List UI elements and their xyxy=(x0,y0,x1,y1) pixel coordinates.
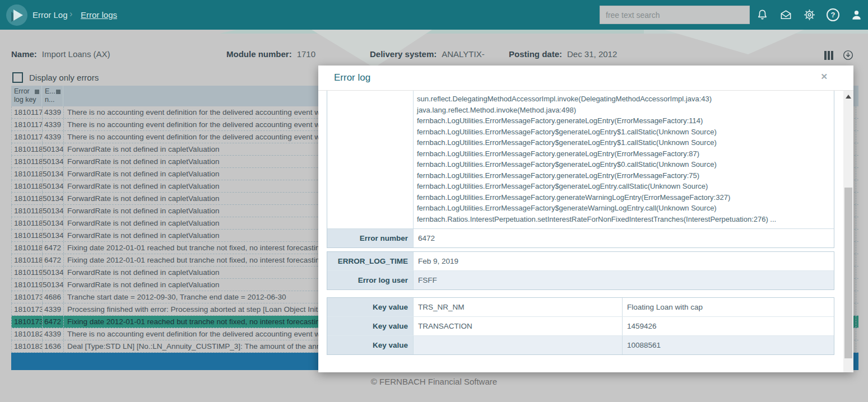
cell-filler xyxy=(856,303,858,315)
help-icon[interactable]: ? xyxy=(827,8,839,21)
close-icon[interactable]: ✕ xyxy=(820,72,828,82)
cell-error-log-key: 18101180 xyxy=(12,143,43,155)
form-row: ERROR_LOG_TIMEFeb 9, 2019 xyxy=(327,252,834,271)
scrollbar-up-arrow-icon[interactable] xyxy=(846,95,851,99)
modal-scrollbar[interactable] xyxy=(843,91,853,372)
toolbar-field: Module number:1710 xyxy=(226,49,315,59)
cell-error-number: 6472 xyxy=(43,254,64,266)
cell-filler xyxy=(856,119,858,130)
key-value-value: Floating Loan with cap xyxy=(623,298,834,316)
stack-trace-line: fernbach.LogUtilities.ErrorMessageFactor… xyxy=(417,170,829,181)
breadcrumb-link[interactable]: Error logs xyxy=(81,10,117,20)
column-header-text: E... xyxy=(45,87,55,96)
stack-trace-line: fernbach.LogUtilities.ErrorMessageFactor… xyxy=(417,159,829,170)
stack-trace-line: java.lang.reflect.Method.invoke(Method.j… xyxy=(417,105,829,116)
stack-trace-line: fernbach.LogUtilities.ErrorMessageFactor… xyxy=(417,137,829,148)
cell-error-log-key: 18101181 xyxy=(12,156,43,167)
column-chooser-icon[interactable] xyxy=(824,51,833,60)
cell-error-log-key: 18101190 xyxy=(12,267,43,278)
cell-error-number: 4339 xyxy=(43,328,64,340)
stack-trace-line: fernbach.LogUtilities.ErrorMessageFactor… xyxy=(417,127,829,138)
cell-error-log-key: 18101187 xyxy=(12,230,43,241)
cell-error-log-key: 18101182 xyxy=(12,168,43,180)
stack-trace-line: fernbach.LogUtilities.ErrorMessageFactor… xyxy=(417,148,829,160)
cell-error-number: 1636 xyxy=(43,340,64,352)
field-value: 1710 xyxy=(297,49,315,59)
cell-error-log-key: 18101735 xyxy=(12,291,43,303)
scrollbar-thumb[interactable] xyxy=(844,188,852,358)
key-value-row: Key value10088561 xyxy=(327,336,834,354)
field-label: Name: xyxy=(11,49,37,59)
form-row-label: Error log user xyxy=(327,271,414,289)
form-row-label: ERROR_LOG_TIME xyxy=(327,252,414,270)
error-log-modal: Error log ✕ sun.reflect.DelegatingMethod… xyxy=(318,66,853,372)
settings-gear-icon[interactable] xyxy=(803,8,816,21)
background-deco-band xyxy=(220,30,644,34)
error-number-label: Error number xyxy=(327,229,414,247)
column-header-text: log key xyxy=(14,96,36,104)
toolbar-field: Delivery system:ANALYTIX- xyxy=(370,49,485,59)
key-value-label: Key value xyxy=(327,298,414,316)
column-header-text: Error xyxy=(14,87,30,96)
breadcrumb-chevron-icon: › xyxy=(69,9,72,19)
cell-filler xyxy=(856,291,858,303)
cell-error-number: 50134 xyxy=(43,217,64,229)
cell-filler xyxy=(856,340,858,352)
cell-filler xyxy=(856,143,858,155)
stack-trace-line: fernbach.Ratios.InterestPerpetuation.set… xyxy=(417,214,829,225)
key-value-value: 10088561 xyxy=(623,336,834,354)
cell-filler xyxy=(856,156,858,167)
cell-filler xyxy=(856,316,858,328)
column-header-error-log-key[interactable]: Error log key xyxy=(11,86,42,106)
cell-filler xyxy=(856,279,858,291)
background-deco-triangle xyxy=(312,30,432,68)
cell-error-log-key: 18101189 xyxy=(12,254,43,266)
cell-error-log-key: 18101188 xyxy=(12,242,43,254)
cell-filler xyxy=(856,205,858,217)
form-row: Error log userFSFF xyxy=(327,271,834,289)
cell-error-log-key: 18101185 xyxy=(12,205,43,217)
modal-section-key-values: Key valueTRS_NR_NMFloating Loan with cap… xyxy=(327,297,834,355)
inbox-icon[interactable] xyxy=(779,8,792,21)
free-text-search-input[interactable] xyxy=(600,6,750,24)
cell-error-number: 6472 xyxy=(43,242,64,254)
navbar-icons: ? xyxy=(756,0,863,30)
stack-trace-line: fernbach.LogUtilities.ErrorMessageFactor… xyxy=(417,192,829,203)
cell-error-log-key: 18101737 xyxy=(12,316,43,328)
cell-filler xyxy=(856,328,858,340)
download-icon[interactable] xyxy=(842,49,854,61)
column-filter-icon[interactable] xyxy=(35,90,39,94)
stack-trace-line: fernbach.LogUtilities.ErrorMessageFactor… xyxy=(417,181,829,192)
field-value: ANALYTIX- xyxy=(442,49,484,59)
cell-filler xyxy=(856,217,858,229)
key-value-row: Key valueTRANSACTION1459426 xyxy=(327,317,834,336)
modal-body: sun.reflect.DelegatingMethodAccessorImpl… xyxy=(318,91,853,372)
cell-error-log-key: 18101191 xyxy=(12,279,43,291)
cell-error-log-key: 18101829 xyxy=(12,328,43,340)
user-icon[interactable] xyxy=(850,8,863,21)
cell-error-number: 4339 xyxy=(43,106,64,118)
column-header-filler xyxy=(853,86,858,106)
field-label: Delivery system: xyxy=(370,49,437,59)
display-only-errors-filter: Display only errors xyxy=(12,72,99,83)
column-header-text: n... xyxy=(45,96,54,104)
key-value-row: Key valueTRS_NR_NMFloating Loan with cap xyxy=(327,298,834,317)
cell-filler xyxy=(856,193,858,204)
cell-filler xyxy=(856,131,858,143)
cell-error-number: 50134 xyxy=(43,279,64,291)
column-header-error-number[interactable]: E... n... xyxy=(42,86,63,106)
copyright-footer: © FERNBACH Financial Software xyxy=(0,377,868,386)
toolbar-field: Name:Import Loans (AX) xyxy=(11,49,110,59)
column-filter-icon[interactable] xyxy=(56,90,61,94)
display-only-errors-checkbox[interactable] xyxy=(12,72,23,83)
notifications-bell-icon[interactable] xyxy=(756,8,769,21)
modal-section-error: sun.reflect.DelegatingMethodAccessorImpl… xyxy=(327,91,834,248)
cell-error-log-key: 18101184 xyxy=(12,193,43,204)
cell-error-log-key: 18101736 xyxy=(12,303,43,315)
cell-error-number: 4339 xyxy=(43,119,64,130)
app-logo-play-icon[interactable] xyxy=(6,4,27,26)
field-value: Import Loans (AX) xyxy=(42,49,110,59)
cell-filler xyxy=(856,254,858,266)
toolbar-field: Posting date:Dec 31, 2012 xyxy=(509,49,617,59)
modal-header: Error log ✕ xyxy=(318,66,853,91)
